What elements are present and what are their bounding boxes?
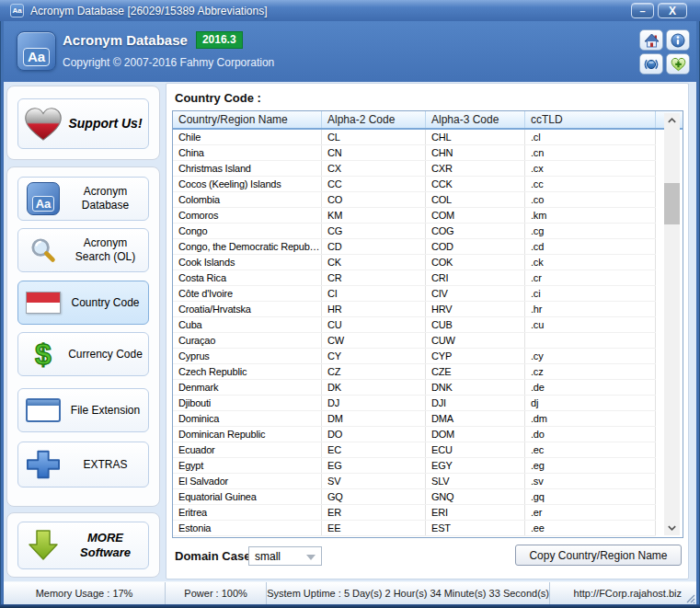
table-cell[interactable]: .hr [525, 302, 656, 316]
table-cell[interactable]: .dm [525, 411, 656, 426]
nav-extras[interactable]: EXTRAS [17, 442, 149, 488]
table-cell[interactable]: DJI [426, 396, 525, 410]
table-cell[interactable]: EE [322, 521, 426, 535]
table-cell[interactable]: Congo, the Democratic Republic o... [173, 239, 322, 254]
table-cell[interactable]: EG [322, 458, 426, 473]
table-cell[interactable]: .km [525, 208, 656, 223]
table-cell[interactable]: Curaçao [173, 333, 322, 348]
table-cell[interactable]: Christmas Island [173, 161, 322, 176]
table-row[interactable]: EstoniaEEEST.ee [173, 521, 656, 536]
table-cell[interactable]: .ee [525, 521, 656, 535]
table-cell[interactable]: Denmark [173, 380, 322, 395]
table-cell[interactable]: .cu [525, 317, 656, 332]
table-row[interactable]: Croatia/HrvatskaHRHRV.hr [173, 302, 656, 317]
table-cell[interactable]: Dominican Republic [173, 427, 322, 442]
home-button[interactable] [639, 29, 663, 51]
table-cell[interactable]: CL [322, 130, 426, 144]
table-cell[interactable]: Cook Islands [173, 255, 322, 270]
table-cell[interactable]: .de [525, 380, 656, 395]
support-us-button[interactable]: Support Us! [17, 98, 149, 149]
table-cell[interactable]: CHL [426, 130, 525, 144]
table-row[interactable]: EgyptEGEGY.eg [173, 458, 656, 474]
table-cell[interactable]: .cn [525, 145, 656, 160]
nav-acronym-database[interactable]: Aa Acronym Database [17, 177, 149, 221]
table-row[interactable]: DominicaDMDMA.dm [173, 411, 656, 427]
table-row[interactable]: CubaCUCUB.cu [173, 317, 656, 333]
table-cell[interactable]: CU [322, 317, 426, 332]
table-cell[interactable]: CRI [426, 270, 525, 285]
nav-acronym-search[interactable]: Acronym Search (OL) [17, 228, 149, 272]
table-cell[interactable]: GQ [322, 489, 426, 504]
table-cell[interactable]: Czech Republic [173, 364, 322, 379]
table-cell[interactable]: Dominica [173, 411, 322, 426]
table-row[interactable]: Costa RicaCRCRI.cr [173, 270, 656, 286]
table-cell[interactable]: Congo [173, 224, 322, 238]
resize-grip[interactable] [684, 592, 695, 603]
website-link[interactable]: http://FCorp.rajahost.biz [550, 582, 696, 604]
vertical-scrollbar[interactable] [664, 113, 680, 535]
table-cell[interactable]: Comoros [173, 208, 322, 223]
scroll-up-arrow-icon[interactable] [664, 113, 680, 128]
table-cell[interactable]: CIV [426, 286, 525, 301]
table-cell[interactable]: CYP [426, 349, 525, 363]
table-cell[interactable]: .cz [525, 364, 656, 379]
table-cell[interactable]: CZE [426, 364, 525, 379]
table-row[interactable]: Christmas IslandCXCXR.cx [173, 161, 656, 177]
table-cell[interactable]: Equatorial Guinea [173, 489, 322, 504]
table-cell[interactable]: Costa Rica [173, 270, 322, 285]
table-cell[interactable] [525, 333, 656, 348]
table-cell[interactable]: .ec [525, 442, 656, 457]
table-cell[interactable]: CN [322, 145, 426, 160]
table-cell[interactable]: DJ [322, 396, 426, 410]
table-cell[interactable]: .cc [525, 177, 656, 191]
nav-currency-code[interactable]: $ Currency Code [17, 332, 149, 376]
table-cell[interactable]: Djibouti [173, 396, 322, 410]
table-cell[interactable]: .sv [525, 474, 656, 488]
table-cell[interactable]: SV [322, 474, 426, 488]
table-row[interactable]: DjiboutiDJDJIdj [173, 396, 656, 411]
table-cell[interactable]: ER [322, 505, 426, 520]
table-cell[interactable]: .cy [525, 349, 656, 363]
table-cell[interactable]: .er [525, 505, 656, 520]
table-cell[interactable]: EST [426, 521, 525, 535]
table-cell[interactable]: Estonia [173, 521, 322, 535]
table-cell[interactable]: CW [322, 333, 426, 348]
table-cell[interactable]: .eg [525, 458, 656, 473]
table-row[interactable]: CuraçaoCWCUW [173, 333, 656, 349]
column-header-alpha2[interactable]: Alpha-2 Code [322, 111, 426, 128]
info-button[interactable] [666, 29, 690, 51]
table-cell[interactable]: .cg [525, 224, 656, 238]
table-cell[interactable]: CXR [426, 161, 525, 176]
table-cell[interactable]: CY [322, 349, 426, 363]
table-cell[interactable]: COD [426, 239, 525, 254]
table-cell[interactable]: CD [322, 239, 426, 254]
table-cell[interactable]: CZ [322, 364, 426, 379]
table-cell[interactable]: COK [426, 255, 525, 270]
table-cell[interactable]: .cl [525, 130, 656, 144]
table-cell[interactable]: dj [525, 396, 656, 410]
table-cell[interactable]: DO [322, 427, 426, 442]
table-cell[interactable]: .do [525, 427, 656, 442]
table-row[interactable]: El SalvadorSVSLV.sv [173, 474, 656, 489]
table-cell[interactable]: El Salvador [173, 474, 322, 488]
table-cell[interactable]: DNK [426, 380, 525, 395]
table-row[interactable]: ColombiaCOCOL.co [173, 192, 656, 208]
table-cell[interactable]: Croatia/Hrvatska [173, 302, 322, 316]
table-cell[interactable]: CX [322, 161, 426, 176]
table-row[interactable]: Cocos (Keeling) IslandsCCCCK.cc [173, 177, 656, 192]
website-link-text[interactable]: http://FCorp.rajahost.biz [574, 588, 682, 599]
scroll-down-arrow-icon[interactable] [664, 521, 680, 535]
table-cell[interactable]: .cd [525, 239, 656, 254]
table-row[interactable]: CongoCGCOG.cg [173, 224, 656, 239]
table-cell[interactable]: Côte d'Ivoire [173, 286, 322, 301]
table-cell[interactable]: DM [322, 411, 426, 426]
nav-file-extension[interactable]: File Extension [17, 388, 149, 432]
table-row[interactable]: EcuadorECECU.ec [173, 442, 656, 458]
table-cell[interactable]: CO [322, 192, 426, 207]
table-cell[interactable]: Eritrea [173, 505, 322, 520]
table-row[interactable]: Congo, the Democratic Republic o...CDCOD… [173, 239, 656, 255]
table-cell[interactable]: CC [322, 177, 426, 191]
table-row[interactable]: Côte d'IvoireCICIV.ci [173, 286, 656, 302]
minimize-button[interactable]: – [631, 3, 654, 18]
table-cell[interactable]: Chile [173, 130, 322, 144]
